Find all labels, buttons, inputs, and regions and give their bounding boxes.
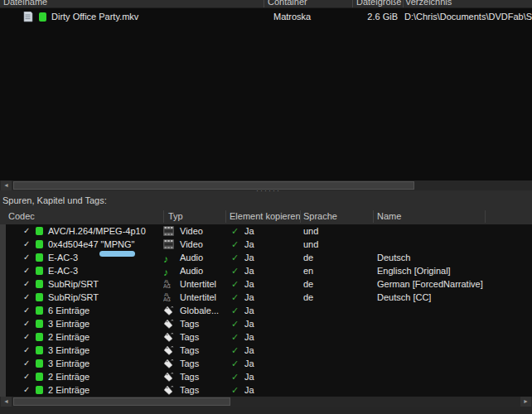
track-row[interactable]: ✓3 EinträgeTags✓Ja xyxy=(6,317,532,330)
column-header-name[interactable]: Name xyxy=(377,209,401,224)
copy-check-icon: ✓ xyxy=(231,357,239,370)
subtitle-icon: AAC xyxy=(163,279,174,289)
track-name: Deutsch [CC] xyxy=(377,291,431,304)
column-header-dateiname[interactable]: Dateiname xyxy=(3,0,47,7)
video-icon xyxy=(163,239,174,249)
row-enabled-check-icon[interactable]: ✓ xyxy=(23,357,30,370)
column-header-container[interactable]: Container xyxy=(268,0,307,7)
status-strip xyxy=(0,407,532,414)
track-row[interactable]: ✓AVC/H.264/MPEG-4p10Video✓Jaund xyxy=(6,224,532,238)
track-type: Video xyxy=(180,224,203,238)
status-square-icon xyxy=(39,12,46,22)
track-language: und xyxy=(303,238,318,251)
status-square-icon xyxy=(36,227,43,235)
copy-check-icon: ✓ xyxy=(231,264,239,277)
panel-splitter[interactable]: ······ xyxy=(0,190,532,195)
row-enabled-check-icon[interactable]: ✓ xyxy=(23,304,30,317)
row-enabled-check-icon[interactable]: ✓ xyxy=(23,370,30,383)
track-row[interactable]: ✓SubRip/SRTAACUntertitel✓JadeGerman [For… xyxy=(6,277,532,291)
status-square-icon xyxy=(36,293,43,301)
track-type: Tags xyxy=(180,330,199,344)
tracks-v-scrollbar[interactable] xyxy=(0,224,6,397)
track-codec: E-AC-3 xyxy=(48,264,78,277)
tracks-list[interactable]: ✓AVC/H.264/MPEG-4p10Video✓Jaund✓0x4d504e… xyxy=(0,224,532,397)
scroll-right-icon[interactable]: ► xyxy=(520,397,531,407)
column-divider[interactable] xyxy=(485,210,486,223)
column-divider[interactable] xyxy=(163,210,164,223)
svg-text:AC: AC xyxy=(163,296,171,302)
track-copy-value: Ja xyxy=(244,291,254,304)
scroll-left-icon[interactable]: ◄ xyxy=(1,397,12,407)
row-enabled-check-icon[interactable]: ✓ xyxy=(23,383,30,397)
track-row[interactable]: ✓2 EinträgeTags✓Ja xyxy=(6,383,532,397)
track-type: Tags xyxy=(180,344,199,357)
row-enabled-check-icon[interactable]: ✓ xyxy=(23,317,30,330)
copy-check-icon: ✓ xyxy=(231,304,239,317)
track-copy-value: Ja xyxy=(244,370,254,383)
column-header-element-kopieren[interactable]: Element kopieren xyxy=(230,209,301,224)
column-header-verzeichnis[interactable]: Verzeichnis xyxy=(405,0,452,7)
tag-icon xyxy=(163,332,174,342)
splitter-grip-icon[interactable]: ······ xyxy=(249,186,288,195)
copy-check-icon: ✓ xyxy=(231,317,239,330)
track-row[interactable]: ✓SubRip/SRTAACUntertitel✓JadeDeutsch [CC… xyxy=(6,291,532,304)
file-row[interactable]: Dirty Office Party.mkv Matroska 2.6 GiB … xyxy=(0,10,532,24)
column-divider[interactable] xyxy=(225,210,226,223)
scroll-left-icon[interactable]: ◄ xyxy=(1,181,12,190)
column-divider[interactable] xyxy=(264,0,264,7)
track-row[interactable]: ✓2 EinträgeTags✓Ja xyxy=(6,330,532,344)
status-square-icon xyxy=(36,346,43,354)
column-divider[interactable] xyxy=(352,0,353,7)
tag-icon xyxy=(163,385,174,395)
track-name: German [ForcedNarrative] xyxy=(377,277,483,291)
file-icon xyxy=(23,12,33,22)
row-enabled-check-icon[interactable]: ✓ xyxy=(23,330,30,344)
scrollbar-thumb[interactable] xyxy=(13,397,230,406)
track-name: Deutsch xyxy=(377,251,410,264)
status-square-icon xyxy=(36,333,43,341)
column-header-sprache[interactable]: Sprache xyxy=(303,209,337,224)
track-language: de xyxy=(303,251,313,264)
file-container: Matroska xyxy=(273,10,311,24)
status-square-icon xyxy=(36,240,43,248)
column-divider[interactable] xyxy=(373,210,374,223)
mkvtoolnix-window: Dateiname Container Dateigröße Verzeichn… xyxy=(0,0,532,414)
copy-check-icon: ✓ xyxy=(231,370,239,383)
status-square-icon xyxy=(36,306,43,315)
track-row[interactable]: ✓E-AC-3♪Audio✓JaenEnglisch [Original] xyxy=(6,264,532,277)
row-enabled-check-icon[interactable]: ✓ xyxy=(23,238,30,251)
track-language: und xyxy=(303,224,318,238)
column-divider[interactable] xyxy=(300,210,301,223)
tag-icon xyxy=(163,306,174,315)
column-divider[interactable] xyxy=(403,0,404,7)
source-files-list[interactable]: Dirty Office Party.mkv Matroska 2.6 GiB … xyxy=(0,8,532,181)
track-codec: SubRip/SRT xyxy=(48,277,99,291)
track-type: Tags xyxy=(180,357,199,370)
scrollbar-thumb[interactable] xyxy=(13,181,414,190)
track-row[interactable]: ✓E-AC-3♪Audio✓JadeDeutsch xyxy=(6,251,532,264)
track-row[interactable]: ✓2 EinträgeTags✓Ja xyxy=(6,370,532,383)
row-enabled-check-icon[interactable]: ✓ xyxy=(23,264,30,277)
row-enabled-check-icon[interactable]: ✓ xyxy=(23,251,30,264)
svg-text:AC: AC xyxy=(163,283,171,289)
tracks-table-header: Codec Typ Element kopieren Sprache Name xyxy=(0,209,532,225)
track-row[interactable]: ✓3 EinträgeTags✓Ja xyxy=(6,357,532,370)
track-row[interactable]: ✓3 EinträgeTags✓Ja xyxy=(6,344,532,357)
row-enabled-check-icon[interactable]: ✓ xyxy=(23,291,30,304)
track-codec: 2 Einträge xyxy=(48,330,89,344)
file-directory: D:\Chris\Documents\DVDFab\Str xyxy=(404,10,532,24)
row-enabled-check-icon[interactable]: ✓ xyxy=(23,224,30,238)
row-enabled-check-icon[interactable]: ✓ xyxy=(23,344,30,357)
column-header-codec[interactable]: Codec xyxy=(8,209,35,224)
status-square-icon xyxy=(36,386,43,394)
copy-check-icon: ✓ xyxy=(231,330,239,344)
track-type: Tags xyxy=(180,370,199,383)
column-header-typ[interactable]: Typ xyxy=(168,209,183,224)
tag-icon xyxy=(163,359,174,368)
status-square-icon xyxy=(36,253,43,262)
row-enabled-check-icon[interactable]: ✓ xyxy=(23,277,30,291)
tracks-h-scrollbar[interactable]: ◄ ► xyxy=(0,397,532,407)
track-row[interactable]: ✓6 EinträgeGlobale...✓Ja xyxy=(6,304,532,317)
column-header-dateigroesse[interactable]: Dateigröße xyxy=(356,0,401,7)
track-row[interactable]: ✓0x4d504e47 "MPNG"Video✓Jaund xyxy=(6,238,532,251)
